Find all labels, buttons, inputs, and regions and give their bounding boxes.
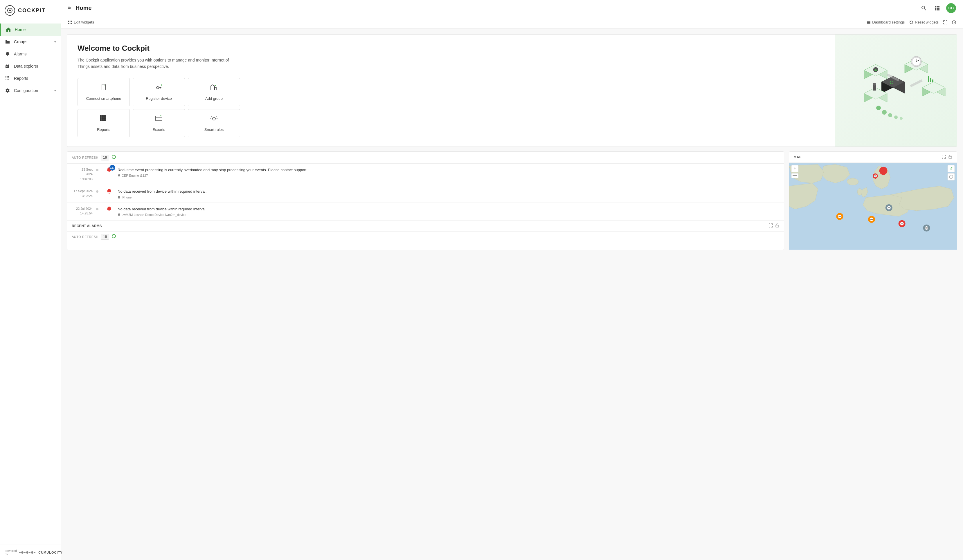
svg-point-48 (160, 115, 161, 116)
alarms-lock-button[interactable] (775, 223, 779, 228)
svg-text:C: C (890, 80, 893, 85)
alarms-expand-button[interactable] (769, 223, 773, 228)
svg-rect-100 (948, 173, 955, 180)
alarm-message-3: No data received from device within requ… (118, 206, 779, 212)
sidebar: COCKPIT Home Groups ▾ Alarms Data ex (0, 0, 61, 560)
welcome-illustration: C (835, 34, 957, 147)
map-lock-button[interactable] (948, 155, 952, 160)
header-list-icon (68, 5, 73, 11)
add-group-icon (210, 84, 218, 94)
help-btn[interactable]: ? (952, 20, 956, 24)
tile-smart-rules[interactable]: Smart rules (188, 109, 240, 137)
home-icon (5, 27, 11, 32)
map-container: + ↺ (789, 163, 957, 250)
svg-rect-90 (949, 156, 952, 159)
edit-widgets-label: Edit widgets (74, 20, 94, 24)
tile-exports[interactable]: Exports (133, 109, 185, 137)
alarm-source-3: LwM2M Leshan Demo Device lwm2m_device (122, 213, 186, 217)
reset-widgets-btn[interactable]: Reset widgets (909, 20, 939, 24)
alarm-count-badge-1: 127 (109, 165, 115, 171)
svg-rect-41 (100, 117, 102, 119)
sidebar-item-groups[interactable]: Groups ▾ (0, 36, 61, 48)
svg-line-13 (924, 9, 926, 10)
svg-point-92 (847, 178, 858, 185)
groups-chevron-icon: ▾ (54, 40, 56, 44)
recent-alarms-refresh-button[interactable] (112, 234, 116, 240)
map-expand-button[interactable] (942, 155, 946, 160)
svg-rect-27 (867, 21, 871, 22)
reports-tile-icon (100, 115, 108, 125)
alarm-entry-2: 17 Sept 2024 13:03:24 No data received f… (67, 185, 784, 203)
welcome-description: The Cockpit application provides you wit… (78, 57, 234, 70)
svg-point-103 (874, 175, 877, 177)
alarm-dot-3 (96, 208, 99, 210)
auto-refresh-label: AUTO REFRESH (72, 156, 99, 159)
dashboard-settings-btn[interactable]: Dashboard settings (867, 20, 905, 24)
search-button[interactable] (919, 4, 928, 13)
svg-point-37 (215, 85, 216, 86)
exports-icon (155, 115, 163, 125)
map-title: MAP (794, 155, 802, 159)
sidebar-item-configuration[interactable]: Configuration ▾ (0, 84, 61, 97)
svg-rect-17 (935, 8, 936, 9)
alarm-message-1: Real-time event processing is currently … (118, 167, 779, 173)
welcome-tiles-grid: Connect smartphone Register device Add g… (78, 78, 240, 137)
register-device-icon (155, 84, 163, 94)
sidebar-item-groups-label: Groups (14, 39, 51, 44)
sidebar-footer: powered by CUMULOCITY (0, 545, 61, 560)
sidebar-item-home[interactable]: Home (0, 24, 61, 36)
svg-text:↺: ↺ (950, 167, 953, 171)
welcome-illustration-area: C (835, 34, 957, 147)
edit-widgets-btn[interactable]: Edit widgets (68, 20, 94, 24)
powered-by-text: powered by (5, 549, 17, 556)
connect-smartphone-label: Connect smartphone (86, 96, 122, 101)
svg-rect-2 (8, 76, 9, 77)
register-device-label: Register device (146, 96, 172, 101)
alarm-source-1: CEP Engine t1127 (122, 174, 148, 177)
sidebar-item-reports[interactable]: Reports (0, 72, 61, 84)
sidebar-item-alarms-label: Alarms (14, 52, 56, 56)
svg-point-123 (925, 226, 928, 230)
sidebar-item-alarms[interactable]: Alarms (0, 48, 61, 60)
alarms-widget: AUTO REFRESH 19 23 Sept 2024 (67, 152, 784, 250)
svg-rect-11 (68, 8, 71, 9)
svg-rect-20 (935, 9, 936, 10)
smart-rules-label: Smart rules (204, 127, 224, 132)
tile-add-group[interactable]: Add group (188, 78, 240, 106)
svg-rect-28 (867, 22, 871, 23)
recent-alarms-bar: RECENT ALARMS (67, 220, 784, 231)
sidebar-item-data-explorer-label: Data explorer (14, 64, 56, 68)
svg-rect-18 (937, 8, 938, 9)
alarm-list: 23 Sept 2024 19:40:03 127 (67, 163, 784, 220)
svg-point-36 (161, 84, 162, 86)
welcome-title: Welcome to Cockpit (78, 44, 825, 53)
svg-rect-4 (6, 78, 8, 78)
svg-rect-75 (928, 76, 929, 82)
map-widget: MAP (789, 152, 957, 250)
svg-rect-26 (71, 23, 72, 24)
tile-connect-smartphone[interactable]: Connect smartphone (78, 78, 130, 106)
tile-reports[interactable]: Reports (78, 109, 130, 137)
svg-rect-21 (937, 9, 938, 10)
user-avatar[interactable]: CC (946, 3, 956, 13)
cumulocity-logo: CUMULOCITY (19, 551, 62, 554)
welcome-card: Welcome to Cockpit The Cockpit applicati… (67, 34, 957, 147)
recent-refresh-count: 19 (101, 234, 109, 240)
svg-point-35 (156, 86, 159, 89)
refresh-button[interactable] (112, 155, 116, 160)
svg-rect-0 (5, 76, 6, 77)
alarm-entry-1: 23 Sept 2024 19:40:03 127 (67, 163, 784, 185)
svg-point-12 (922, 6, 925, 9)
sidebar-item-data-explorer[interactable]: Data explorer (0, 60, 61, 72)
alarm-entry-3: 22 Jul 2024 14:25:54 No data received fr… (67, 203, 784, 220)
svg-rect-43 (104, 117, 106, 119)
svg-rect-19 (938, 8, 939, 9)
svg-rect-87 (118, 214, 120, 215)
svg-rect-10 (68, 7, 71, 8)
svg-rect-16 (938, 6, 939, 7)
settings-icon (5, 87, 10, 94)
tile-register-device[interactable]: Register device (133, 78, 185, 106)
fullscreen-btn[interactable] (943, 20, 947, 24)
apps-button[interactable] (933, 4, 942, 13)
sidebar-item-reports-label: Reports (14, 76, 56, 81)
